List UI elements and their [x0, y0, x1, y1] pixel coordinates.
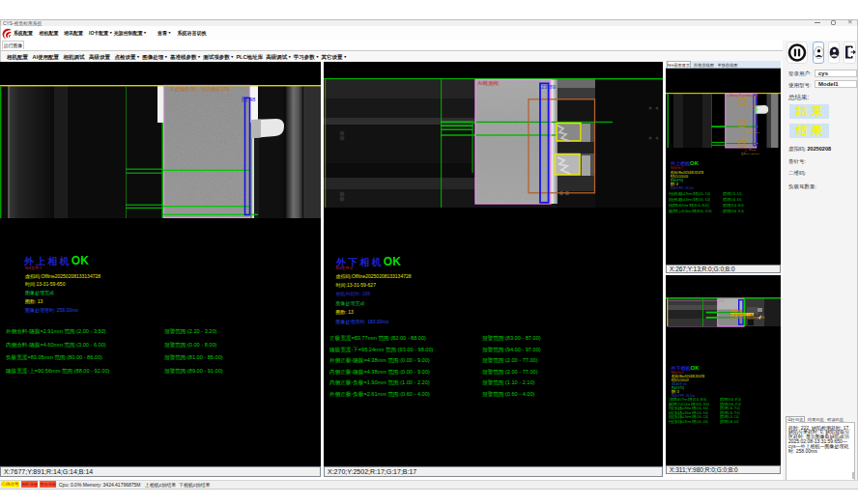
svg-text:坐标-69 Ang:0.00: 坐标-69 Ang:0.00: [741, 153, 759, 155]
svg-text:2.06: 2.06: [719, 299, 725, 303]
svg-text:图.48: 图.48: [242, 97, 256, 103]
svg-text:C2.0-97.5+2.1: C2.0-97.5+2.1: [745, 131, 760, 134]
svg-text:C2.0-97.5+2.1: C2.0-97.5+2.1: [745, 108, 760, 111]
svg-text:灰度阈值:93，动态阈值:100: 灰度阈值:93，动态阈值:100: [169, 86, 230, 93]
svg-text:灰度阈值:93 动态阈值:100: 灰度阈值:93 动态阈值:100: [727, 94, 758, 98]
svg-text:上A 环E.28: 上A 环E.28: [745, 149, 757, 152]
svg-text:23.89: 23.89: [541, 84, 557, 90]
svg-text:AI检测框: AI检测框: [478, 80, 500, 87]
